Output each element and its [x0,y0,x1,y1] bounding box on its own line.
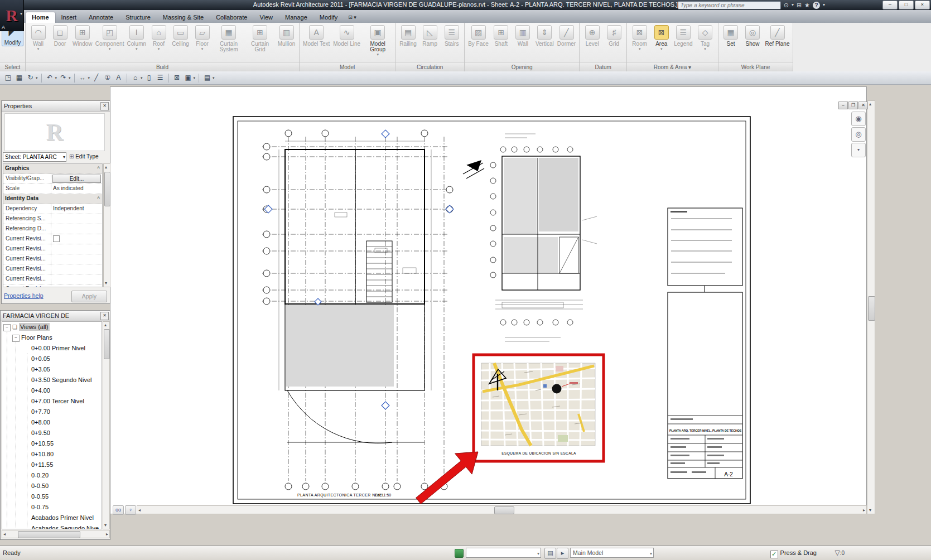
window-button[interactable]: ⊞Window [71,24,94,47]
close-icon[interactable]: ✕ [100,312,109,320]
search-input[interactable] [678,1,781,9]
edit-type-button[interactable]: ⊞ Edit Type [69,152,109,162]
zoom-icon[interactable]: ◎ [851,127,866,142]
property-checkbox[interactable] [53,235,60,242]
ribbon-options-icon[interactable]: ⊡ ▾ [348,15,356,23]
project-browser-horizontal-scrollbar[interactable]: ◂ ▸ [2,530,110,538]
save-icon[interactable]: ▦ [15,73,24,83]
floor-button[interactable]: ▱Floor▾ [191,24,213,51]
tab-structure[interactable]: Structure [119,12,157,23]
tab-annotate[interactable]: Annotate [83,12,119,23]
tree-item-floor-plan[interactable]: 0+11.55 [2,460,102,470]
filter-icon[interactable]: ▽:0 [834,549,845,557]
project-browser-header[interactable]: FARMACIA VIRGEN DE GUADALUPE... ✕ [1,311,110,321]
application-menu-button[interactable]: R A ▾ [0,0,24,31]
redo-icon[interactable]: ↷ [59,73,68,83]
tree-item-floor-plan[interactable]: 0+10.80 [2,449,102,460]
close-icon[interactable]: ✕ [100,102,109,110]
property-value[interactable] [51,264,102,274]
edit-visibility-button[interactable]: Edit... [52,175,101,183]
tree-item-floor-plan[interactable]: 0-0.75 [2,502,102,513]
temporary-hide-isolate-icon[interactable]: ♀ [125,505,136,515]
set-button[interactable]: ▦Set [720,24,742,47]
level-button[interactable]: ⊕Level [581,24,603,47]
tree-item-floor-plan[interactable]: Acabados Segundo Nive [2,523,102,529]
model-group-button[interactable]: ▣Model Group▾ [362,24,393,56]
subscription-center-icon[interactable]: ⊞ [797,1,802,9]
worksets-dropdown[interactable]: ▾ [466,548,541,558]
design-options-dropdown[interactable]: Main Model▾ [570,548,654,558]
user-interface-icon[interactable]: ▤ [202,73,212,83]
property-section-header[interactable]: Identity Data^ [3,194,102,204]
apply-button[interactable]: Apply [71,291,107,302]
dormer-button[interactable]: ╱Dormer [556,24,577,47]
properties-scrollbar[interactable]: ▴ ▾ [103,163,110,287]
property-value[interactable] [51,244,102,254]
view-minimize-button[interactable]: – [838,102,848,109]
property-value[interactable]: Independent [51,204,102,214]
property-value[interactable] [51,214,102,224]
legend-button[interactable]: ☰Legend [672,24,694,47]
railing-button[interactable]: ▤Railing [397,24,419,47]
default-3d-view-icon[interactable]: ⌂ [131,73,140,83]
tree-item-floor-plan[interactable]: 0+3.50 Segundo Nivel [2,375,102,385]
view-close-button[interactable]: ✕ [858,102,868,109]
thin-lines-icon[interactable]: ☰ [156,73,165,83]
tab-insert[interactable]: Insert [55,12,83,23]
text-icon[interactable]: A [114,73,123,83]
project-browser-scrollbar[interactable]: ▴ ▾ [103,321,110,529]
mullion-button[interactable]: ▥Mullion [276,24,297,47]
tree-item-views-all[interactable]: −❏Views (all) [2,322,102,332]
tree-item-floor-plan[interactable]: 0-0.20 [2,470,102,481]
ceiling-button[interactable]: ▭Ceiling [170,24,191,47]
scroll-up-icon[interactable]: ▴ [869,101,871,108]
close-button[interactable]: × [915,1,930,9]
search-binoculars-icon[interactable]: ⊙ [784,1,789,9]
tab-home[interactable]: Home [26,12,55,23]
column-button[interactable]: ⅠColumn▾ [126,24,148,51]
stairs-button[interactable]: ☰Stairs [441,24,462,47]
tag-button[interactable]: ◇Tag▾ [694,24,716,51]
tree-item-floor-plan[interactable]: 0-0.55 [2,491,102,502]
model-text-button[interactable]: AModel Text [301,24,331,47]
property-section-header[interactable]: Graphics^ [3,164,102,174]
tree-item-floor-plan[interactable]: 0+9.50 [2,428,102,438]
ramp-button[interactable]: ◺Ramp [419,24,441,47]
sync-icon[interactable]: ↻ [26,73,35,83]
property-value[interactable] [51,274,102,284]
open-icon[interactable]: ◳ [3,73,13,83]
chevron-down-icon[interactable]: ▾ [792,1,794,9]
ref-plane-button[interactable]: ╱Ref Plane [764,24,792,47]
curtain-grid-button[interactable]: ⊞Curtain Grid [244,24,276,52]
scroll-up-icon[interactable]: ▴ [105,164,107,171]
shaft-button[interactable]: ⊞Shaft [490,24,512,47]
tab-modify[interactable]: Modify [313,12,344,23]
tag-by-category-icon[interactable]: ① [103,73,112,83]
maximize-button[interactable]: □ [899,1,914,9]
room-button[interactable]: ⊠Room▾ [629,24,650,51]
type-selector-dropdown[interactable]: Sheet: PLANTA ARC▾ [3,152,66,162]
tab-massing-site[interactable]: Massing & Site [157,12,210,23]
property-value[interactable] [51,224,102,234]
tab-collaborate[interactable]: Collaborate [210,12,253,23]
tree-item-floor-plan[interactable]: 0-0.50 [2,481,102,491]
property-value[interactable]: As indicated [51,184,102,194]
tab-manage[interactable]: Manage [279,12,313,23]
model-line-button[interactable]: ∿Model Line [331,24,362,47]
tree-item-floor-plan[interactable]: 0+8.00 [2,417,102,428]
area-button[interactable]: ⊠Area▾ [650,24,672,51]
curtain-system-button[interactable]: ▦Curtain System [213,24,244,52]
tree-item-floor-plan[interactable]: 0+0.00 Primer Nivel [2,343,102,354]
wall-opening-button[interactable]: ▥Wall [512,24,534,47]
measure-icon[interactable]: ╱ [91,73,101,83]
editable-only-icon[interactable]: ▤ [544,548,556,559]
favorites-star-icon[interactable]: ★ [804,1,810,9]
tree-item-floor-plan[interactable]: 0+0.05 [2,354,102,364]
reveal-hidden-elements-icon[interactable]: oo [113,505,124,515]
door-button[interactable]: ◻Door [49,24,71,47]
pan-icon[interactable]: ▾ [851,143,866,157]
component-button[interactable]: ◰Component▾ [94,24,126,51]
property-value[interactable] [51,254,102,264]
scroll-down-icon[interactable]: ▾ [104,522,107,529]
canvas-vertical-scrollbar[interactable]: ▴ ▾ [867,100,875,514]
